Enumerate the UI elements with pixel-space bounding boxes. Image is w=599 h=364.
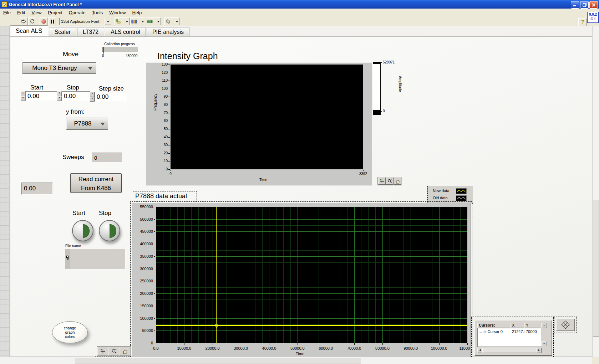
abort-button[interactable] [40,17,47,25]
zoom-tool-button[interactable] [386,178,394,185]
sweeps-value: 0 [92,153,122,163]
menu-edit[interactable]: Edit [14,9,28,16]
menu-file[interactable]: File [0,9,14,16]
legend-item-old-data[interactable]: Old data [428,195,473,201]
increment-decrement-spinner[interactable]: ▲▼ [57,91,62,101]
grid-major-h [156,207,467,207]
scan-stop-field[interactable]: ▲▼ 0.00 [57,91,90,101]
legend-label: New data [433,189,449,193]
tab-pie-analysis[interactable]: PIE analysis [147,27,189,36]
grid-minor-h [156,312,467,312]
run-icon [21,19,26,24]
scroll-up-button[interactable]: ▲ [541,323,547,328]
grid-major-h [156,269,467,269]
run-continuous-button[interactable] [28,17,36,25]
menu-help[interactable]: Help [129,9,145,16]
pause-button[interactable] [48,17,56,25]
resize-objects-button[interactable] [146,17,161,25]
grid-major-h [156,306,467,306]
menu-view[interactable]: View [28,9,45,16]
tab-scan-als[interactable]: Scan ALS [10,25,48,36]
legend-swatch[interactable] [456,195,467,201]
cursor-y-header: Y [524,323,540,328]
title-bar[interactable]: General Interface.vi Front Panel * [0,0,599,9]
tab-als-control[interactable]: ALS control [105,27,146,36]
menu-project[interactable]: Project [45,9,65,16]
cursor-row[interactable]: … ◇ Cursor 021247.970000 [478,329,541,335]
cursor-mover-icon [561,320,570,329]
acq-start-button[interactable] [72,220,93,241]
maximize-button[interactable] [580,1,589,9]
font-selector-dropdown[interactable] [105,18,111,25]
move-selector[interactable]: Mono T3 Energy [22,62,96,74]
font-selector[interactable]: 13pt Application Font [59,18,111,25]
align-objects-icon [116,19,121,24]
context-help-button[interactable]: ? [578,18,587,26]
tab-strip: Scan ALSScalerLT372ALS controlPIE analys… [10,26,592,36]
grid-major-h [156,318,467,319]
abort-icon [41,19,46,24]
legend-swatch[interactable] [456,188,467,194]
horizontal-scrollbar-thumb[interactable] [74,358,361,364]
version-tag: G I [588,17,598,21]
acq-stop-button[interactable] [99,220,120,241]
scale-min-tick: 0 [383,109,385,113]
p7888-graph-label-box[interactable]: P7888 data actual [133,191,197,202]
change-graph-colors-button[interactable]: change graph colors [52,321,88,343]
reorder-button[interactable] [164,17,179,25]
scroll-right-button[interactable]: ▶ [536,348,542,353]
vertical-scrollbar-thumb[interactable] [593,200,599,337]
scan-start-field[interactable]: ▲▼ 0.00 [21,91,58,101]
vertical-scrollbar[interactable] [592,26,599,357]
read-current-line2: From K486 [71,184,121,193]
scroll-left-button[interactable]: ◀ [477,348,483,353]
distribute-objects-button[interactable] [130,17,145,25]
font-selector-value[interactable]: 13pt Application Font [59,18,105,25]
pause-icon [51,20,54,24]
align-objects-button[interactable] [115,17,130,25]
step-size-label: Step size [99,85,124,92]
horizontal-scrollbar[interactable] [0,357,592,364]
grid-major-v [213,207,213,343]
minimize-button[interactable] [571,1,579,9]
intensity-graph-plot[interactable] [171,65,363,169]
legend-line-icon [456,189,466,194]
menu-bar: FileEditViewProjectOperateToolsWindowHel… [0,9,599,17]
cursor-tool-button[interactable] [97,347,108,355]
file-name-input[interactable] [65,249,126,270]
pan-tool-button[interactable] [120,347,130,355]
zoom-tool-button[interactable] [108,347,119,355]
grid-minor-h [156,337,467,337]
read-current-button[interactable]: Read current From K486 [70,173,122,193]
cursor-tool-button[interactable] [378,178,386,185]
run-button[interactable] [20,17,27,25]
scan-start-value[interactable]: 0.00 [25,91,58,101]
grid-minor-h [156,324,467,325]
menu-tools[interactable]: Tools [89,9,106,16]
step-size-field[interactable]: ▲▼ 0.00 [90,92,127,102]
pan-tool-button[interactable] [394,178,401,185]
crosshair-icon [100,349,106,354]
grid-major-v [156,207,156,343]
tab-scaler[interactable]: Scaler [49,27,76,36]
legend-item-new-data[interactable]: New data [428,188,473,194]
step-size-value[interactable]: 0.00 [95,92,127,102]
scan-stop-value[interactable]: 0.00 [62,91,90,101]
scroll-down-button[interactable]: ▼ [541,341,547,346]
cursor-hscroll-thumb[interactable] [482,348,537,353]
increment-decrement-spinner[interactable]: ▲▼ [21,91,25,101]
y-from-selector[interactable]: P7888 [66,118,108,130]
p7888-graph-legend[interactable]: New dataOld data [427,186,473,204]
cursor-mover-button[interactable] [556,318,575,331]
close-button[interactable] [589,1,598,9]
tab-lt372[interactable]: LT372 [77,27,104,36]
p7888-graph-plot[interactable] [156,207,467,343]
acq-start-label: Start [72,210,85,217]
grid-major-h [156,219,467,220]
dropdown-arrow-icon [101,123,105,125]
increment-decrement-spinner[interactable]: ▲▼ [90,92,95,102]
scan-stop-label: Stop [67,84,79,91]
cursor-horizontal-line [156,325,467,326]
menu-operate[interactable]: Operate [66,9,89,16]
menu-window[interactable]: Window [106,9,129,16]
